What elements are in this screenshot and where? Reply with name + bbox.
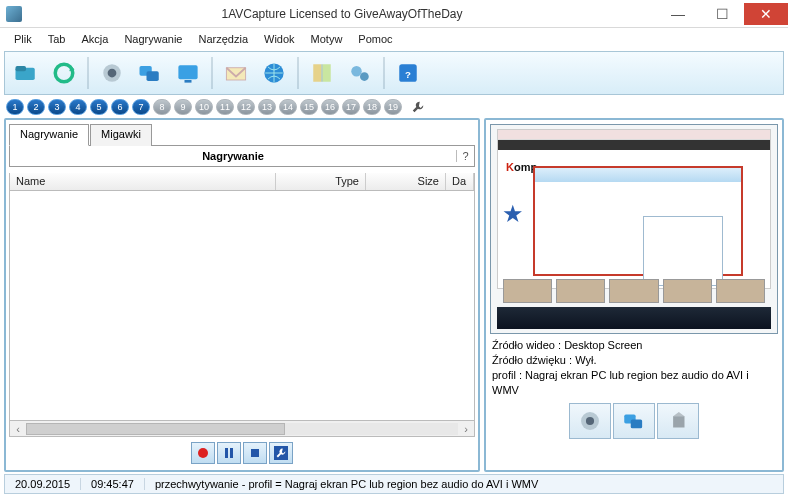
menu-bar: Plik Tab Akcja Nagrywanie Narzędzia Wido… — [0, 28, 788, 50]
col-name[interactable]: Name — [10, 173, 276, 190]
subheader-label: Nagrywanie — [10, 150, 456, 162]
profile-12[interactable]: 12 — [237, 99, 255, 115]
profile-13[interactable]: 13 — [258, 99, 276, 115]
status-bar: 20.09.2015 09:45:47 przechwytywanie - pr… — [4, 474, 784, 494]
audio-source-label: Źródło dźwięku : — [492, 354, 575, 366]
grid-header: Name Type Size Da — [9, 173, 475, 191]
profile-16[interactable]: 16 — [321, 99, 339, 115]
profile-8[interactable]: 8 — [153, 99, 171, 115]
audio-source-button[interactable] — [657, 403, 699, 439]
menu-motyw[interactable]: Motyw — [303, 31, 351, 47]
source-buttons — [490, 403, 778, 439]
star-icon: ★ — [502, 200, 524, 228]
profile-18[interactable]: 18 — [363, 99, 381, 115]
toolbar-mail-icon[interactable] — [219, 56, 253, 90]
svg-rect-18 — [230, 448, 233, 458]
svg-rect-24 — [631, 420, 642, 429]
svg-text:?: ? — [405, 69, 411, 80]
minimize-button[interactable]: — — [656, 3, 700, 25]
status-date: 20.09.2015 — [5, 478, 81, 490]
maximize-button[interactable]: ☐ — [700, 3, 744, 25]
status-time: 09:45:47 — [81, 478, 145, 490]
video-source-label: Źródło wideo : — [492, 339, 564, 351]
toolbar-open-icon[interactable] — [9, 56, 43, 90]
profile-6[interactable]: 6 — [111, 99, 129, 115]
svg-rect-19 — [251, 449, 259, 457]
scroll-thumb[interactable] — [26, 423, 285, 435]
tab-nagrywanie[interactable]: Nagrywanie — [9, 124, 89, 146]
profile-5[interactable]: 5 — [90, 99, 108, 115]
profile-17[interactable]: 17 — [342, 99, 360, 115]
svg-rect-7 — [178, 65, 197, 79]
toolbar-camera-icon[interactable] — [95, 56, 129, 90]
wrench-icon[interactable] — [409, 98, 427, 116]
menu-narzedzia[interactable]: Narzędzia — [190, 31, 256, 47]
region-source-button[interactable] — [613, 403, 655, 439]
preview-taskbar — [497, 307, 771, 329]
scroll-left-icon[interactable]: ‹ — [10, 423, 26, 435]
toolbar-separator — [211, 57, 213, 89]
toolbar-gears-icon[interactable] — [343, 56, 377, 90]
svg-point-16 — [198, 448, 208, 458]
close-button[interactable]: ✕ — [744, 3, 788, 25]
toolbar-screen-icon[interactable] — [171, 56, 205, 90]
profile-11[interactable]: 11 — [216, 99, 234, 115]
profile-number-bar: 1 2 3 4 5 6 7 8 9 10 11 12 13 14 15 16 1… — [0, 96, 788, 118]
tab-migawki[interactable]: Migawki — [90, 124, 152, 146]
menu-tab[interactable]: Tab — [40, 31, 74, 47]
window-title: 1AVCapture Licensed to GiveAwayOfTheDay — [28, 7, 656, 21]
col-type[interactable]: Type — [276, 173, 366, 190]
toolbar-help-icon[interactable]: ? — [391, 56, 425, 90]
stop-button[interactable] — [243, 442, 267, 464]
svg-point-12 — [351, 66, 362, 77]
menu-plik[interactable]: Plik — [6, 31, 40, 47]
svg-point-2 — [55, 64, 73, 82]
record-button[interactable] — [191, 442, 215, 464]
toolbar-screens-icon[interactable] — [133, 56, 167, 90]
menu-widok[interactable]: Widok — [256, 31, 303, 47]
right-panel: Komp ★ Źródło wideo : Desktop Screen Źró… — [484, 118, 784, 472]
svg-point-22 — [586, 417, 594, 425]
audio-source-value: Wył. — [575, 354, 596, 366]
col-size[interactable]: Size — [366, 173, 446, 190]
menu-akcja[interactable]: Akcja — [73, 31, 116, 47]
settings-wrench-button[interactable] — [269, 442, 293, 464]
title-bar: 1AVCapture Licensed to GiveAwayOfTheDay … — [0, 0, 788, 28]
subheader-help-button[interactable]: ? — [456, 150, 474, 162]
profile-3[interactable]: 3 — [48, 99, 66, 115]
preview-inner-window — [533, 166, 743, 276]
grid-body[interactable] — [9, 191, 475, 421]
profile-4[interactable]: 4 — [69, 99, 87, 115]
app-icon — [6, 6, 22, 22]
left-panel: Nagrywanie Migawki Nagrywanie ? Name Typ… — [4, 118, 480, 472]
menu-nagrywanie[interactable]: Nagrywanie — [116, 31, 190, 47]
profile-value: Nagraj ekran PC lub region bez audio do … — [492, 369, 749, 396]
main-area: Nagrywanie Migawki Nagrywanie ? Name Typ… — [0, 118, 788, 472]
scroll-track[interactable] — [26, 423, 458, 435]
tabs: Nagrywanie Migawki — [9, 123, 475, 145]
profile-10[interactable]: 10 — [195, 99, 213, 115]
svg-point-13 — [360, 72, 369, 81]
preview-area: Komp ★ — [490, 124, 778, 334]
profile-2[interactable]: 2 — [27, 99, 45, 115]
profile-14[interactable]: 14 — [279, 99, 297, 115]
profile-1[interactable]: 1 — [6, 99, 24, 115]
record-controls — [9, 439, 475, 467]
profile-9[interactable]: 9 — [174, 99, 192, 115]
toolbar-book-icon[interactable] — [305, 56, 339, 90]
col-da[interactable]: Da — [446, 173, 474, 190]
horizontal-scrollbar[interactable]: ‹ › — [9, 421, 475, 437]
profile-19[interactable]: 19 — [384, 99, 402, 115]
video-source-button[interactable] — [569, 403, 611, 439]
toolbar-separator — [87, 57, 89, 89]
toolbar-globe-icon[interactable] — [257, 56, 291, 90]
profile-7[interactable]: 7 — [132, 99, 150, 115]
subheader: Nagrywanie ? — [9, 145, 475, 167]
pause-button[interactable] — [217, 442, 241, 464]
source-info: Źródło wideo : Desktop Screen Źródło dźw… — [490, 334, 778, 401]
menu-pomoc[interactable]: Pomoc — [350, 31, 400, 47]
toolbar-separator — [383, 57, 385, 89]
toolbar-refresh-icon[interactable] — [47, 56, 81, 90]
scroll-right-icon[interactable]: › — [458, 423, 474, 435]
profile-15[interactable]: 15 — [300, 99, 318, 115]
